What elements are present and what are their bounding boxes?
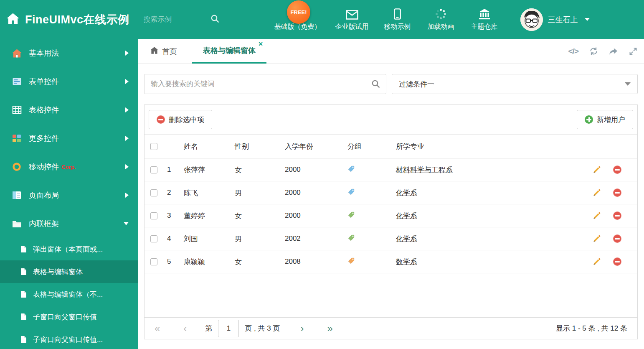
close-icon[interactable]: ✕: [258, 41, 263, 47]
cell-name: 陈飞: [184, 181, 235, 204]
cell-row-number: 1: [167, 158, 184, 181]
tab-bar: 首页 表格与编辑窗体 ✕ </>: [138, 39, 644, 64]
record-summary: 显示 1 - 5 条 , 共 12 条: [556, 324, 627, 333]
user-menu[interactable]: 三生石上: [520, 8, 590, 31]
chevron-right-icon: [125, 136, 129, 141]
sidebar-item-grid-controls[interactable]: 表格控件: [0, 96, 138, 124]
edit-icon[interactable]: [593, 211, 601, 220]
table-row: 1 张萍萍 女 2000 材料科学与工程系: [145, 158, 637, 181]
tag-icon[interactable]: [347, 165, 355, 173]
row-checkbox[interactable]: [150, 166, 157, 173]
form-icon: [11, 77, 23, 86]
delete-icon[interactable]: [613, 166, 621, 174]
major-link[interactable]: 化学系: [396, 212, 417, 220]
add-user-button[interactable]: 新增用户: [577, 110, 633, 129]
nav-enterprise-trial[interactable]: 企业版试用: [328, 8, 376, 31]
avatar[interactable]: [520, 8, 543, 31]
sidebar-subitem-grid-edit-window-2[interactable]: 表格与编辑窗体（不...: [0, 283, 138, 306]
table-header-row: 姓名 性别 入学年份 分组 所学专业: [145, 135, 637, 158]
cell-gender: 男: [235, 181, 285, 204]
nav-mobile-demo[interactable]: 移动示例: [376, 8, 419, 31]
sidebar-subitem-child-to-parent[interactable]: 子窗口向父窗口传值: [0, 306, 138, 328]
cell-year: 2000: [285, 158, 347, 181]
major-link[interactable]: 化学系: [396, 235, 417, 243]
chevron-right-icon: [125, 107, 129, 112]
cell-year: 2000: [285, 204, 347, 227]
app-logo[interactable]: FineUIMvc在线示例: [7, 12, 129, 27]
delete-icon[interactable]: [613, 257, 621, 266]
cell-row-number: 5: [167, 250, 184, 273]
delete-selected-button[interactable]: 删除选中项: [149, 110, 212, 129]
sidebar-item-label: 移动控件: [29, 162, 59, 172]
app-title: FineUIMvc在线示例: [25, 12, 129, 27]
major-link[interactable]: 材料科学与工程系: [396, 166, 453, 174]
search-icon[interactable]: [371, 79, 380, 89]
keyword-search[interactable]: [144, 74, 386, 94]
sidebar: 基本用法 表单控件 表格控件 更多控件: [0, 39, 138, 349]
open-in-new-window-icon[interactable]: [609, 47, 618, 56]
row-checkbox[interactable]: [150, 258, 157, 265]
tab-label: 首页: [162, 46, 177, 56]
file-icon: [19, 290, 28, 298]
tag-icon[interactable]: [347, 234, 355, 242]
next-page-button[interactable]: ›: [300, 324, 304, 334]
minus-circle-icon: [157, 115, 165, 124]
sidebar-subitem-label: 子窗口向父窗口传值...: [33, 335, 103, 344]
header-search[interactable]: [144, 14, 227, 25]
ring-icon: [11, 162, 23, 171]
prev-page-button[interactable]: ‹: [183, 324, 187, 334]
main-content: 首页 表格与编辑窗体 ✕ </>: [138, 39, 644, 349]
sidebar-subitem-label: 子窗口向父窗口传值: [33, 312, 97, 322]
row-checkbox[interactable]: [150, 189, 157, 196]
home-icon: [7, 13, 19, 26]
sidebar-item-basic-usage[interactable]: 基本用法: [0, 39, 138, 67]
sidebar-item-inline-frame[interactable]: 内联框架: [0, 209, 138, 238]
sidebar-item-more-controls[interactable]: 更多控件: [0, 124, 138, 153]
cell-name: 张萍萍: [184, 158, 235, 181]
tab-home[interactable]: 首页: [147, 39, 180, 64]
page-number-input[interactable]: [218, 320, 239, 337]
sidebar-item-form-controls[interactable]: 表单控件: [0, 67, 138, 96]
sidebar-subitem-child-to-parent-2[interactable]: 子窗口向父窗口传值...: [0, 328, 138, 349]
edit-icon[interactable]: [593, 189, 601, 197]
nav-label: 移动示例: [384, 23, 411, 31]
select-all-checkbox[interactable]: [150, 143, 157, 150]
free-badge: FREE!: [287, 0, 310, 24]
cell-gender: 女: [235, 250, 285, 273]
tab-grid-edit-window[interactable]: 表格与编辑窗体 ✕: [192, 39, 266, 64]
edit-icon[interactable]: [593, 166, 601, 174]
major-link[interactable]: 数学系: [396, 258, 417, 266]
fullscreen-icon[interactable]: [629, 47, 637, 56]
search-icon[interactable]: [210, 14, 220, 25]
tag-icon[interactable]: [347, 188, 355, 196]
row-checkbox[interactable]: [150, 212, 157, 219]
source-code-icon[interactable]: </>: [568, 47, 578, 56]
delete-icon[interactable]: [613, 234, 621, 243]
edit-icon[interactable]: [593, 257, 601, 266]
nav-loading-animations[interactable]: 加载动画: [419, 8, 463, 31]
edit-icon[interactable]: [593, 234, 601, 243]
sidebar-item-page-layout[interactable]: 页面布局: [0, 181, 138, 209]
tag-icon[interactable]: [347, 211, 355, 219]
nav-theme-repo[interactable]: 主题仓库: [463, 8, 506, 31]
chevron-right-icon: [125, 51, 129, 56]
sidebar-subitem-grid-edit-window[interactable]: 表格与编辑窗体: [0, 260, 138, 283]
delete-icon[interactable]: [613, 211, 621, 220]
first-page-button[interactable]: «: [155, 324, 160, 334]
filter-dropdown[interactable]: 过滤条件一: [392, 74, 638, 94]
add-user-label: 新增用户: [597, 115, 625, 125]
cell-name: 刘国: [184, 227, 235, 250]
last-page-button[interactable]: »: [327, 324, 332, 334]
sidebar-item-mobile-controls[interactable]: 移动控件 Corp.: [0, 153, 138, 181]
tag-icon[interactable]: [347, 257, 355, 265]
row-checkbox[interactable]: [150, 235, 157, 242]
major-link[interactable]: 化学系: [396, 189, 417, 197]
delete-icon[interactable]: [613, 189, 621, 197]
filter-row: 过滤条件一: [144, 74, 638, 94]
keyword-search-input[interactable]: [145, 80, 386, 88]
header-search-input[interactable]: [144, 15, 210, 24]
chevron-down-icon: [625, 82, 631, 86]
sidebar-subitem-popup-window[interactable]: 弹出窗体（本页面或...: [0, 238, 138, 260]
refresh-icon[interactable]: [589, 47, 598, 56]
spinner-icon: [435, 8, 446, 20]
